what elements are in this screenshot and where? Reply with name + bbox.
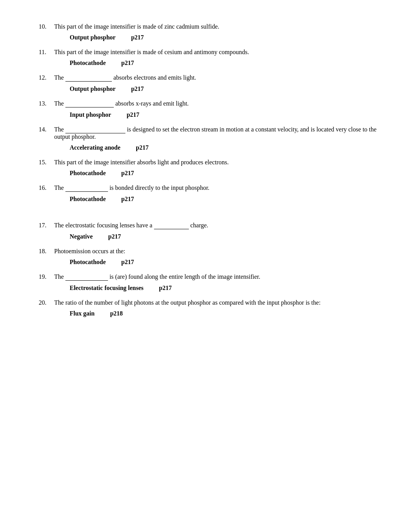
question-19: 19. The is (are) found along the entire … (39, 273, 380, 292)
question-16-blank (65, 184, 108, 192)
question-20: 20. The ratio of the number of light pho… (39, 299, 380, 317)
question-12-after: absorbs electrons and emits light. (112, 74, 196, 81)
question-13-before: The (54, 100, 65, 107)
question-17-before: The electrostatic focusing lenses have a (54, 222, 154, 228)
question-20-text: 20. The ratio of the number of light pho… (39, 299, 380, 306)
question-10-text: 10. This part of the image intensifier i… (39, 23, 380, 30)
question-19-after: is (are) found along the entire length o… (108, 273, 260, 280)
question-13-blank (65, 100, 114, 107)
question-13-number: 13. (39, 100, 54, 107)
question-15: 15. This part of the image intensifier a… (39, 159, 380, 177)
question-17-body: The electrostatic focusing lenses have a… (54, 222, 380, 229)
question-19-answer: Electrostatic focusing lensesp217 (70, 285, 380, 292)
question-15-page: p217 (121, 170, 134, 176)
question-10-body: This part of the image intensifier is ma… (54, 23, 380, 30)
question-19-blank (65, 273, 108, 281)
question-13-body: The absorbs x-rays and emit light. (54, 100, 380, 107)
question-12-text: 12. The absorbs electrons and emits ligh… (39, 74, 380, 82)
question-20-number: 20. (39, 299, 54, 306)
question-14-page: p217 (136, 144, 149, 151)
question-17-blank (154, 222, 189, 229)
question-19-before: The (54, 273, 65, 280)
question-17-after: charge. (189, 222, 208, 228)
question-13-text: 13. The absorbs x-rays and emit light. (39, 100, 380, 107)
question-12-blank (65, 74, 112, 82)
question-11-text: 11. This part of the image intensifier i… (39, 49, 380, 56)
question-12-answer: Output phosphorp217 (70, 85, 380, 92)
question-18-page: p217 (121, 259, 134, 265)
question-19-term: Electrostatic focusing lenses (70, 285, 144, 291)
question-16: 16. The is bonded directly to the input … (39, 184, 380, 203)
question-12-body: The absorbs electrons and emits light. (54, 74, 380, 82)
question-12-page: p217 (131, 85, 144, 92)
question-12: 12. The absorbs electrons and emits ligh… (39, 74, 380, 92)
question-16-page: p217 (121, 196, 134, 202)
question-18-answer: Photocathodep217 (70, 259, 380, 266)
question-18-text: 18. Photoemission occurs at the: (39, 248, 380, 255)
question-15-number: 15. (39, 159, 54, 166)
question-14-before: The (54, 126, 65, 133)
question-17: 17. The electrostatic focusing lenses ha… (39, 222, 380, 240)
question-16-before: The (54, 184, 65, 191)
question-14-answer: Accelerating anodep217 (70, 144, 380, 151)
question-12-term: Output phosphor (70, 85, 116, 92)
question-11-body: This part of the image intensifier is ma… (54, 49, 380, 56)
question-17-text: 17. The electrostatic focusing lenses ha… (39, 222, 380, 229)
question-19-text: 19. The is (are) found along the entire … (39, 273, 380, 281)
question-10-page: p217 (131, 34, 144, 41)
question-20-page: p218 (110, 310, 123, 317)
question-16-text: 16. The is bonded directly to the input … (39, 184, 380, 192)
question-15-answer: Photocathodep217 (70, 170, 380, 177)
question-10-number: 10. (39, 23, 54, 30)
question-14-text: 14. The is designed to set the electron … (39, 126, 380, 140)
question-19-number: 19. (39, 273, 54, 280)
question-16-after: is bonded directly to the input phosphor… (108, 184, 209, 191)
question-13-page: p217 (127, 111, 139, 118)
question-20-answer: Flux gainp218 (70, 310, 380, 317)
question-13-term: Input phosphor (70, 111, 111, 118)
question-10-answer: Output phosphorp217 (70, 34, 380, 41)
question-13: 13. The absorbs x-rays and emit light. I… (39, 100, 380, 118)
question-14-body: The is designed to set the electron stre… (54, 126, 380, 140)
question-16-answer: Photocathodep217 (70, 196, 380, 203)
question-15-text: 15. This part of the image intensifier a… (39, 159, 380, 166)
question-12-number: 12. (39, 74, 54, 81)
question-17-number: 17. (39, 222, 54, 229)
question-13-answer: Input phosphorp217 (70, 111, 380, 118)
question-17-term: Negative (70, 233, 93, 240)
question-16-body: The is bonded directly to the input phos… (54, 184, 380, 192)
question-11: 11. This part of the image intensifier i… (39, 49, 380, 66)
question-14-blank (65, 126, 125, 133)
question-11-term: Photocathode (70, 60, 106, 66)
question-17-page: p217 (108, 233, 121, 240)
question-15-body: This part of the image intensifier absor… (54, 159, 380, 166)
question-16-number: 16. (39, 184, 54, 191)
question-13-after: absorbs x-rays and emit light. (114, 100, 189, 107)
question-14-number: 14. (39, 126, 54, 133)
question-14-term: Accelerating anode (70, 144, 120, 151)
spacer-16-17 (39, 210, 380, 222)
question-11-answer: Photocathodep217 (70, 60, 380, 66)
question-10-term: Output phosphor (70, 34, 116, 41)
question-19-page: p217 (159, 285, 172, 291)
question-14: 14. The is designed to set the electron … (39, 126, 380, 151)
question-20-term: Flux gain (70, 310, 94, 317)
question-18-number: 18. (39, 248, 54, 255)
question-19-body: The is (are) found along the entire leng… (54, 273, 380, 281)
question-11-number: 11. (39, 49, 54, 56)
question-15-term: Photocathode (70, 170, 106, 176)
question-16-term: Photocathode (70, 196, 106, 202)
question-10: 10. This part of the image intensifier i… (39, 23, 380, 41)
question-18-term: Photocathode (70, 259, 106, 265)
question-17-answer: Negativep217 (70, 233, 380, 240)
question-18-body: Photoemission occurs at the: (54, 248, 380, 255)
question-20-body: The ratio of the number of light photons… (54, 299, 380, 306)
question-11-page: p217 (121, 60, 134, 66)
question-12-before: The (54, 74, 65, 81)
question-18: 18. Photoemission occurs at the: Photoca… (39, 248, 380, 266)
